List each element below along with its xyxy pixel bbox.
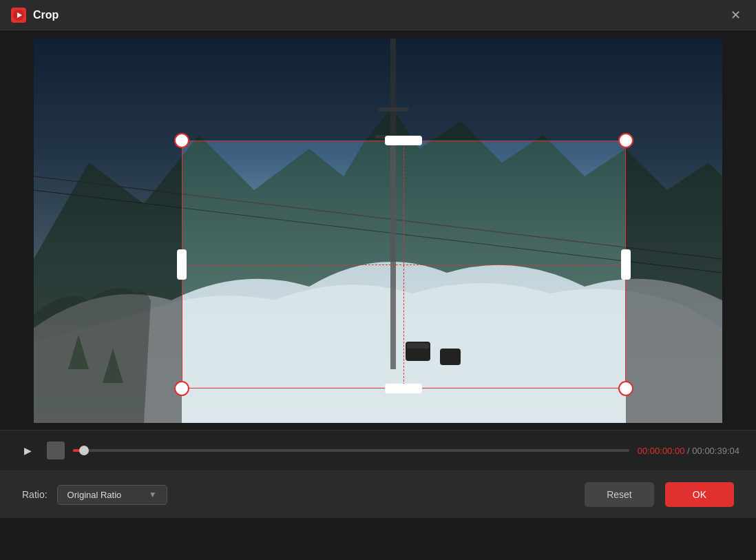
dim-overlay-left (34, 141, 182, 423)
video-preview (34, 39, 722, 423)
ratio-dropdown-arrow: ▼ (149, 490, 157, 499)
crop-handle-bottom-right[interactable] (618, 381, 633, 396)
reset-button[interactable]: Reset (585, 482, 654, 507)
app-icon (11, 8, 26, 23)
title-bar: Crop ✕ (0, 0, 756, 30)
window-title: Crop (33, 9, 59, 21)
ratio-select-value: Original Ratio (67, 490, 122, 500)
svg-rect-10 (440, 349, 461, 365)
dim-overlay-right (626, 141, 722, 423)
controls-bar: ▶ 00:00:00:00 / 00:00:39:04 (0, 430, 756, 471)
svg-rect-9 (407, 343, 429, 349)
play-button[interactable]: ▶ (17, 439, 39, 462)
crop-handle-top-left[interactable] (174, 133, 189, 148)
ratio-select[interactable]: Original Ratio ▼ (57, 485, 167, 505)
crop-handle-bottom-left[interactable] (174, 381, 189, 396)
progress-bar[interactable] (73, 449, 629, 452)
ratio-label: Ratio: (22, 489, 48, 500)
current-time: 00:00:00:00 (638, 446, 685, 456)
dim-overlay-top (34, 39, 722, 141)
progress-thumb[interactable] (79, 446, 89, 455)
crop-handle-middle-right[interactable] (621, 249, 631, 280)
crop-handle-middle-left[interactable] (177, 249, 187, 280)
crop-handle-top-right[interactable] (618, 133, 633, 148)
total-time: 00:00:39:04 (692, 446, 739, 456)
crop-handle-top-center[interactable] (385, 136, 422, 145)
crop-handle-bottom-center[interactable] (385, 384, 422, 393)
time-separator: / (687, 446, 690, 456)
title-bar-left: Crop (11, 8, 59, 23)
ratio-section: Ratio: Original Ratio ▼ (22, 485, 167, 505)
action-buttons: Reset OK (585, 482, 734, 507)
stop-button[interactable] (47, 442, 65, 459)
settings-bar: Ratio: Original Ratio ▼ Reset OK (0, 471, 756, 518)
close-button[interactable]: ✕ (726, 6, 745, 25)
ok-button[interactable]: OK (665, 482, 734, 507)
time-display: 00:00:00:00 / 00:00:39:04 (638, 446, 739, 456)
